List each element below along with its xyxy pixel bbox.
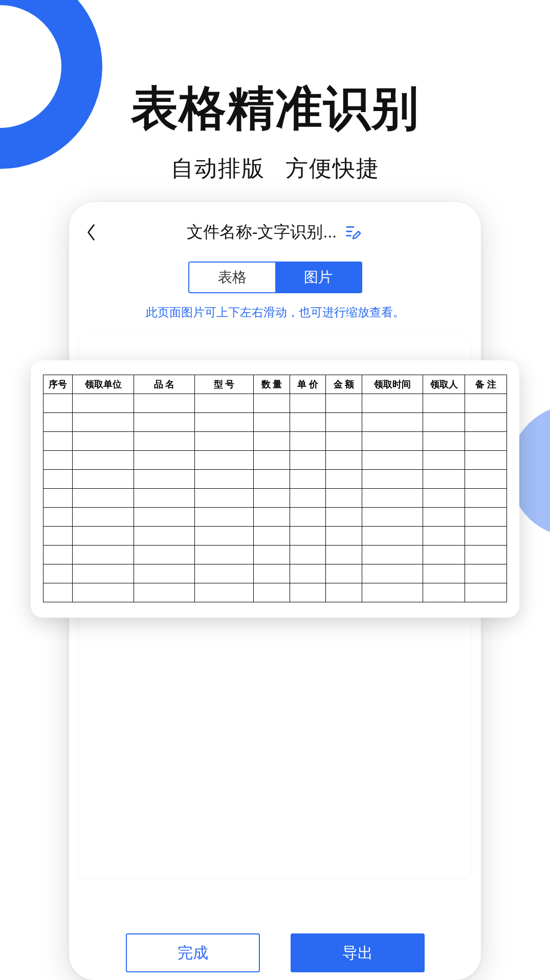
table-cell [195,508,254,527]
table-cell [253,451,290,470]
table-row [43,432,507,451]
table-cell [43,451,73,470]
table-cell [73,546,134,564]
table-cell [362,470,423,489]
table-cell [195,451,254,470]
table-cell [362,564,423,583]
hero-sub-a: 自动排版 [171,156,265,181]
table-header-cell: 领取单位 [73,375,134,394]
table-cell [326,489,362,508]
table-cell [362,508,423,527]
table-cell [134,413,194,432]
table-cell [465,432,507,451]
hero-subtitle: 自动排版方便快捷 [0,154,550,184]
table-header-cell: 单 价 [290,375,326,394]
table-cell [253,508,290,527]
table-cell [465,413,507,432]
bottom-actions: 完成 导出 [69,926,481,980]
table-cell [253,413,290,432]
table-cell [465,583,507,602]
table-cell [195,527,254,546]
table-header-cell: 金 额 [326,375,362,394]
table-cell [73,470,134,489]
table-cell [43,583,73,602]
table-header-cell: 品 名 [134,375,194,394]
table-cell [253,489,290,508]
recognized-table-card[interactable]: 序号领取单位品 名型 号数 量单 价金 额领取时间领取人备 注 [31,360,519,618]
hint-text: 此页面图片可上下左右滑动，也可进行缩放查看。 [69,304,481,320]
hero-sub-b: 方便快捷 [285,156,380,181]
table-cell [423,470,465,489]
table-cell [253,394,290,413]
table-cell [73,413,134,432]
table-header-cell: 备 注 [465,375,507,394]
table-cell [43,470,73,489]
table-cell [253,564,290,583]
table-cell [290,432,326,451]
hero-section: 表格精准识别 自动排版方便快捷 [0,77,550,184]
table-cell [290,564,326,583]
table-cell [362,451,423,470]
table-cell [362,432,423,451]
table-cell [134,394,194,413]
table-cell [73,508,134,527]
back-button[interactable] [83,225,99,240]
table-row [43,508,507,527]
table-cell [290,527,326,546]
table-cell [465,489,507,508]
table-row [43,489,507,508]
table-cell [253,470,290,489]
table-cell [326,583,362,602]
table-cell [290,451,326,470]
table-cell [253,527,290,546]
table-cell [195,489,254,508]
table-cell [423,432,465,451]
table-cell [326,451,362,470]
table-row [43,470,507,489]
tab-image[interactable]: 图片 [275,263,361,292]
app-title: 文件名称-文字识别... [187,221,337,244]
table-cell [43,546,73,564]
recognized-table: 序号领取单位品 名型 号数 量单 价金 额领取时间领取人备 注 [43,375,507,602]
table-cell [290,508,326,527]
export-button[interactable]: 导出 [291,933,425,972]
table-row [43,451,507,470]
table-cell [423,413,465,432]
table-row [43,546,507,564]
table-cell [43,432,73,451]
table-row [43,413,507,432]
table-cell [362,527,423,546]
table-cell [326,508,362,527]
table-cell [195,470,254,489]
table-cell [134,432,194,451]
table-row [43,394,507,413]
table-cell [134,470,194,489]
table-cell [195,583,254,602]
table-cell [43,413,73,432]
table-cell [362,413,423,432]
table-row [43,527,507,546]
table-cell [326,527,362,546]
hero-title: 表格精准识别 [0,77,550,140]
table-cell [290,413,326,432]
table-cell [134,508,194,527]
table-cell [195,432,254,451]
table-cell [290,546,326,564]
table-cell [326,432,362,451]
done-button[interactable]: 完成 [126,933,260,972]
table-cell [195,546,254,564]
table-cell [290,489,326,508]
table-row [43,564,507,583]
tab-table[interactable]: 表格 [189,263,275,292]
table-cell [465,564,507,583]
table-cell [73,451,134,470]
table-cell [43,527,73,546]
table-cell [326,564,362,583]
table-cell [253,432,290,451]
edit-button[interactable] [344,223,363,242]
table-cell [362,394,423,413]
table-cell [43,564,73,583]
table-cell [423,583,465,602]
table-cell [465,470,507,489]
chevron-left-icon [85,223,97,242]
